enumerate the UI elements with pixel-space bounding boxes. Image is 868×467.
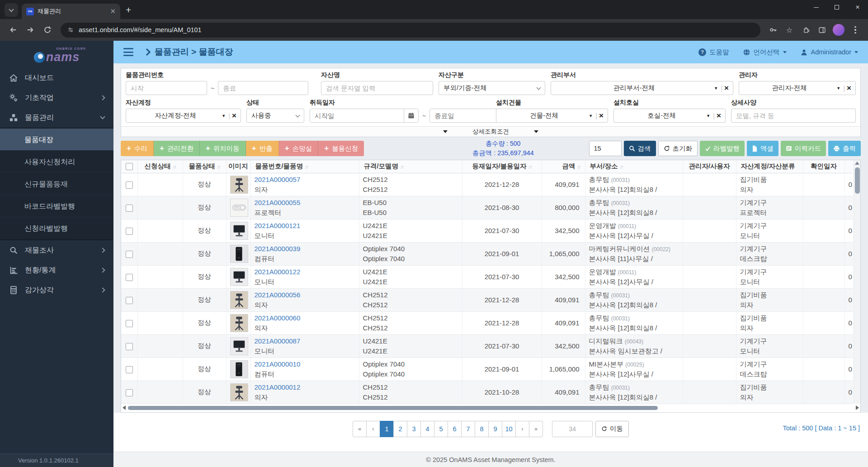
sidebar-item-item-management[interactable]: 물품관리 <box>0 108 113 128</box>
item-number-link[interactable]: 2021A0000057 <box>255 175 355 185</box>
row-checkbox[interactable] <box>126 320 133 327</box>
sidebar-item-barcode-label[interactable]: 바코드라벨발행 <box>0 195 113 217</box>
table-row[interactable]: 정상 2021A0000010 컴퓨터 Optiplex 7040 Optipl… <box>121 357 853 381</box>
spec-input[interactable] <box>731 109 856 123</box>
table-row[interactable]: 정상 2021A0000121 모니터 U2421E U2421E 2021-0… <box>121 219 853 242</box>
sidebar-item-depreciation[interactable]: 감가상각 <box>0 280 113 300</box>
row-checkbox[interactable] <box>126 205 133 212</box>
table-row[interactable]: 정상 2021A0000087 모니터 U2421E U2421E 2021-0… <box>121 334 853 357</box>
clear-icon[interactable]: × <box>717 112 721 119</box>
scroll-up-arrow-icon[interactable] <box>855 162 859 165</box>
page-button-3[interactable]: 3 <box>407 421 421 437</box>
clear-icon[interactable]: × <box>232 112 236 119</box>
search-button[interactable]: 검색 <box>624 141 656 156</box>
help-button[interactable]: ? 도움말 <box>698 48 729 57</box>
row-checkbox[interactable] <box>126 251 133 258</box>
item-thumbnail[interactable] <box>230 291 248 309</box>
window-minimize-button[interactable] <box>806 0 826 14</box>
page-button-4[interactable]: 4 <box>420 421 434 437</box>
col-item-status[interactable]: 물품상태↓↑ <box>183 160 226 173</box>
col-confirm-date[interactable]: 확인일자 <box>803 160 844 173</box>
item-number-link[interactable]: 2021A0000039 <box>255 244 355 254</box>
page-button-9[interactable]: 9 <box>488 421 502 437</box>
label-print-button[interactable]: 라벨발행 <box>700 141 745 156</box>
col-request-status[interactable]: 신청상태↓↑ <box>137 160 183 173</box>
item-thumbnail[interactable] <box>230 222 248 240</box>
sidebar-item-basic-work[interactable]: 기초작업 <box>0 88 113 108</box>
col-dept-location[interactable]: 부서/장소↓↑ <box>585 160 683 173</box>
item-thumbnail[interactable] <box>230 360 248 378</box>
window-maximize-button[interactable] <box>826 0 847 14</box>
building-select[interactable]: 건물-전체▼|× <box>496 109 608 123</box>
site-settings-icon[interactable] <box>67 26 74 33</box>
action-button-불용신청[interactable]: +불용신청 <box>318 141 364 156</box>
side-panel-icon[interactable] <box>815 23 829 37</box>
clear-icon[interactable]: × <box>599 112 604 119</box>
horizontal-scroll-thumb[interactable] <box>128 406 658 410</box>
asset-type-select[interactable]: 부외/기증-전체 <box>439 81 545 95</box>
row-checkbox[interactable] <box>126 297 133 304</box>
item-no-start-input[interactable] <box>126 81 207 95</box>
sidebar-item-request-label[interactable]: 신청라벨발행 <box>0 217 113 239</box>
scroll-right-arrow-icon[interactable] <box>856 405 859 410</box>
item-number-link[interactable]: 2021A0000012 <box>255 382 355 392</box>
item-number-link[interactable]: 2021A0000010 <box>255 359 355 369</box>
item-no-end-input[interactable] <box>218 81 308 95</box>
extensions-puzzle-icon[interactable] <box>798 23 813 37</box>
table-row[interactable]: 정상 2021A0000012 의자 CH2512 CH2512 2021-10… <box>121 381 853 404</box>
sidebar-item-status-statistics[interactable]: 현황/통계 <box>0 260 113 280</box>
scroll-left-arrow-icon[interactable] <box>123 405 126 410</box>
item-number-link[interactable]: 2021A0000056 <box>255 290 355 300</box>
sidebar-item-asset-survey[interactable]: 재물조사 <box>0 240 113 260</box>
item-thumbnail[interactable] <box>230 268 248 286</box>
item-number-link[interactable]: 2021A0000087 <box>255 336 355 346</box>
sidebar-item-item-ledger[interactable]: 물품대장 <box>0 129 113 151</box>
profile-avatar[interactable] <box>833 24 844 36</box>
status-select[interactable]: 사용중 <box>246 109 304 123</box>
col-manager-user[interactable]: 관리자/사용자 <box>683 160 736 173</box>
table-row[interactable]: 정상 2021A0000060 의자 CH2512 CH2512 2021-12… <box>121 311 853 334</box>
action-button-수리[interactable]: +수리 <box>121 141 154 156</box>
col-item-number-name[interactable]: 물품번호/물품명↓↑ <box>250 160 359 173</box>
col-account-category[interactable]: 자산계정/자산분류 <box>736 160 803 173</box>
item-thumbnail[interactable] <box>230 383 248 401</box>
page-button-2[interactable]: 2 <box>393 421 407 437</box>
row-checkbox[interactable] <box>126 181 133 189</box>
action-button-반출[interactable]: +반출 <box>246 141 279 156</box>
row-checkbox[interactable] <box>126 366 133 373</box>
page-size-select[interactable]: 15 <box>589 141 622 156</box>
asset-name-input[interactable] <box>321 81 433 95</box>
tab-close-icon[interactable]: ✕ <box>110 7 116 15</box>
bookmark-star-icon[interactable]: ☆ <box>782 23 797 37</box>
calendar-icon[interactable] <box>404 109 418 122</box>
sidebar-item-user-request[interactable]: 사용자신청처리 <box>0 151 113 173</box>
hamburger-menu-icon[interactable] <box>123 48 133 56</box>
action-button-위치이동[interactable]: +위치이동 <box>200 141 246 156</box>
print-button[interactable]: 출력 <box>828 141 861 156</box>
reset-button[interactable]: 초기화 <box>658 141 698 156</box>
page-button-5[interactable]: 5 <box>434 421 448 437</box>
app-logo[interactable]: ONBRID CORP. nams <box>0 41 113 68</box>
item-thumbnail[interactable] <box>230 337 248 355</box>
page-button-10[interactable]: 10 <box>502 421 516 437</box>
detail-search-toggle[interactable]: 상세조회조건 <box>121 126 860 137</box>
user-menu-button[interactable]: Administrador <box>800 48 858 56</box>
url-bar[interactable]: asset1.onbrid.com/#/side_menu/AM_0101 <box>61 23 760 38</box>
horizontal-scrollbar[interactable] <box>123 405 859 411</box>
room-select[interactable]: 호실-전체▼|× <box>613 109 726 123</box>
item-number-link[interactable]: 2021A0000060 <box>255 313 355 323</box>
reload-button[interactable] <box>40 22 55 38</box>
new-tab-button[interactable]: + <box>126 5 131 15</box>
clear-icon[interactable]: × <box>724 84 729 92</box>
sidebar-item-new-item-register[interactable]: 신규물품등재 <box>0 173 113 195</box>
clear-icon[interactable]: × <box>847 84 851 92</box>
page-button-7[interactable]: 7 <box>461 421 475 437</box>
page-button-6[interactable]: 6 <box>448 421 462 437</box>
forward-button[interactable] <box>23 22 38 38</box>
dept-select[interactable]: 관리부서-전체▼|× <box>551 81 733 95</box>
sidebar-item-dashboard[interactable]: 대시보드 <box>0 68 113 88</box>
page-nav-button[interactable]: » <box>529 421 543 437</box>
select-all-checkbox[interactable] <box>126 163 133 170</box>
table-row[interactable]: 정상 2021A0000057 의자 CH2512 CH2512 2021-12… <box>121 173 853 196</box>
vertical-scrollbar[interactable] <box>854 160 860 404</box>
